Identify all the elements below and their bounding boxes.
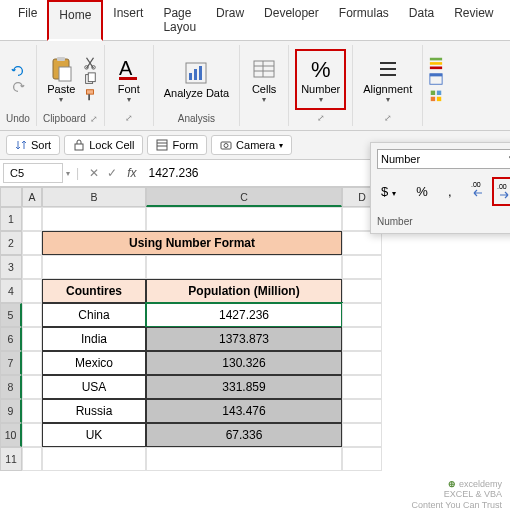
data-cell[interactable]: Mexico [42,351,146,375]
data-cell[interactable]: 130.326 [146,351,342,375]
row-header[interactable]: 11 [0,447,22,471]
paste-button[interactable]: Paste ▾ [43,51,79,108]
cell[interactable] [342,423,382,447]
row-header[interactable]: 4 [0,279,22,303]
row-header[interactable]: 3 [0,255,22,279]
table-icon[interactable] [429,72,443,86]
cell[interactable] [22,303,42,327]
undo-icon[interactable] [11,64,25,78]
select-all-corner[interactable] [0,187,22,207]
alignment-launcher[interactable]: ⤢ [384,113,392,123]
data-cell[interactable]: 1427.236 [146,303,342,327]
comma-button[interactable]: , [444,182,456,201]
increase-decimal-button[interactable]: .00 [468,177,490,206]
cell[interactable] [22,255,42,279]
fx-button[interactable]: fx [121,163,142,183]
cell[interactable] [342,351,382,375]
cell[interactable] [146,447,342,471]
cell[interactable] [342,327,382,351]
format-select[interactable]: Number▾ [377,149,510,169]
cell[interactable] [342,399,382,423]
tab-page-layout[interactable]: Page Layou [153,0,206,40]
data-cell[interactable]: 67.336 [146,423,342,447]
data-cell[interactable]: 1373.873 [146,327,342,351]
number-button[interactable]: % Number ▾ [295,49,346,110]
clipboard-launcher[interactable]: ⤢ [90,114,98,124]
data-cell[interactable]: India [42,327,146,351]
sort-button[interactable]: Sort [6,135,60,155]
cell[interactable] [22,327,42,351]
tab-review[interactable]: Review [444,0,503,40]
camera-button[interactable]: Camera▾ [211,135,292,155]
cell[interactable] [342,255,382,279]
col-header[interactable]: A [22,187,42,207]
cells-button[interactable]: Cells ▾ [246,51,282,108]
cell[interactable] [42,207,146,231]
row-header[interactable]: 10 [0,423,22,447]
row-header[interactable]: 2 [0,231,22,255]
percent-button[interactable]: % [412,182,432,201]
tab-home[interactable]: Home [47,0,103,41]
tab-draw[interactable]: Draw [206,0,254,40]
font-launcher[interactable]: ⤢ [125,113,133,123]
cell[interactable] [22,375,42,399]
row-header[interactable]: 6 [0,327,22,351]
tab-file[interactable]: File [8,0,47,40]
cell[interactable] [22,447,42,471]
row-header[interactable]: 8 [0,375,22,399]
cell[interactable] [22,231,42,255]
data-cell[interactable]: China [42,303,146,327]
title-cell[interactable]: Using Number Format [42,231,342,255]
tab-view[interactable]: V [504,0,510,40]
row-header[interactable]: 1 [0,207,22,231]
data-cell[interactable]: UK [42,423,146,447]
col-header[interactable]: C [146,187,342,207]
tab-insert[interactable]: Insert [103,0,153,40]
data-cell[interactable]: USA [42,375,146,399]
cell[interactable] [146,255,342,279]
redo-icon[interactable] [11,80,25,94]
format-painter-icon[interactable] [83,88,97,102]
data-cell[interactable]: Russia [42,399,146,423]
tab-developer[interactable]: Developer [254,0,329,40]
header-cell[interactable]: Population (Million) [146,279,342,303]
cell[interactable] [342,279,382,303]
undo-group-label: Undo [6,111,30,124]
cell[interactable] [42,255,146,279]
alignment-button[interactable]: Alignment ▾ [359,51,416,108]
cell[interactable] [342,447,382,471]
cut-icon[interactable] [83,56,97,70]
cell[interactable] [22,279,42,303]
row-header[interactable]: 7 [0,351,22,375]
cell[interactable] [342,303,382,327]
copy-icon[interactable] [83,72,97,86]
tab-formulas[interactable]: Formulas [329,0,399,40]
data-cell[interactable]: 331.859 [146,375,342,399]
row-header[interactable]: 5 [0,303,22,327]
styles-icon[interactable] [429,88,443,102]
font-button[interactable]: A Font ▾ [111,51,147,108]
conditional-format-icon[interactable] [429,56,443,70]
name-box[interactable]: C5 [3,163,63,183]
form-button[interactable]: Form [147,135,207,155]
cell[interactable] [22,423,42,447]
currency-button[interactable]: $ ▾ [377,182,400,201]
enter-icon[interactable]: ✓ [103,166,121,180]
data-cell[interactable]: 143.476 [146,399,342,423]
cell[interactable] [22,207,42,231]
number-launcher[interactable]: ⤢ [317,113,325,123]
cell[interactable] [22,351,42,375]
tab-data[interactable]: Data [399,0,444,40]
cell[interactable] [342,375,382,399]
cell[interactable] [42,447,146,471]
lock-cell-button[interactable]: Lock Cell [64,135,143,155]
cell[interactable] [22,399,42,423]
cell[interactable] [342,231,382,255]
cell[interactable] [146,207,342,231]
header-cell[interactable]: Countires [42,279,146,303]
decrease-decimal-button[interactable]: .00 [492,177,510,206]
analyze-data-button[interactable]: Analyze Data [160,55,233,103]
row-header[interactable]: 9 [0,399,22,423]
cancel-icon[interactable]: ✕ [85,166,103,180]
col-header[interactable]: B [42,187,146,207]
